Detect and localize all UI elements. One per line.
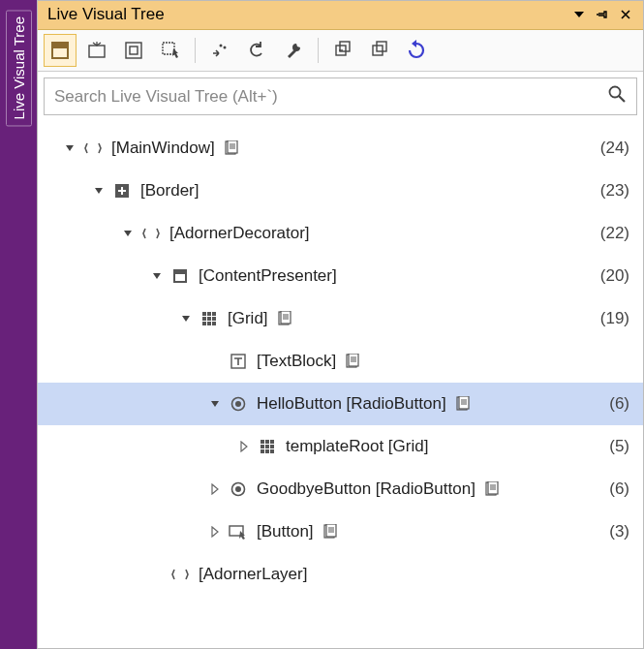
- svg-rect-42: [261, 440, 264, 444]
- close-icon[interactable]: [616, 5, 635, 24]
- svg-rect-25: [207, 312, 211, 316]
- svg-rect-26: [212, 312, 216, 316]
- svg-rect-18: [118, 192, 121, 195]
- svg-rect-28: [207, 317, 211, 321]
- view-source-icon[interactable]: [483, 480, 501, 498]
- tree-node[interactable]: [TextBlock]: [38, 340, 643, 383]
- tree-node[interactable]: [AdornerLayer]: [38, 553, 643, 596]
- descendant-count: (22): [600, 224, 629, 243]
- chevron-down-icon[interactable]: [177, 310, 195, 327]
- border-icon: [111, 180, 133, 201]
- toolbar-wrench-icon[interactable]: [277, 34, 310, 67]
- svg-point-7: [220, 45, 223, 47]
- descendant-count: (5): [609, 437, 629, 456]
- chevron-right-icon[interactable]: [206, 523, 224, 541]
- content-icon: [169, 265, 191, 287]
- svg-rect-4: [130, 46, 138, 54]
- tree-node[interactable]: [AdornerDecorator](22): [38, 212, 643, 255]
- svg-rect-47: [270, 445, 274, 448]
- tree-node[interactable]: [Button](3): [38, 510, 643, 553]
- view-source-icon[interactable]: [454, 395, 472, 413]
- toolbar-separator: [318, 38, 319, 63]
- toolbar-expand-all-icon[interactable]: [363, 34, 396, 67]
- grid-icon: [257, 436, 278, 457]
- tree-node[interactable]: GoodbyeButton [RadioButton](6): [38, 468, 643, 510]
- svg-rect-17: [118, 187, 121, 190]
- titlebar: Live Visual Tree: [38, 1, 643, 30]
- svg-rect-23: [175, 271, 185, 274]
- tree-node-label: templateRoot [Grid]: [286, 437, 428, 456]
- toolbar-separator: [195, 38, 196, 63]
- tree-node-label: [AdornerLayer]: [199, 565, 307, 584]
- svg-point-12: [610, 87, 621, 98]
- panel-title: Live Visual Tree: [47, 5, 566, 24]
- pin-icon[interactable]: [593, 5, 612, 24]
- descendant-count: (6): [609, 394, 629, 414]
- svg-rect-49: [265, 449, 269, 453]
- element-icon: [140, 223, 162, 244]
- toolbar-track-focus-icon[interactable]: [117, 34, 150, 67]
- toolbar-collapse-all-icon[interactable]: [326, 34, 359, 67]
- tree-node[interactable]: [ContentPresenter](20): [38, 255, 643, 297]
- svg-rect-19: [123, 187, 126, 190]
- svg-rect-31: [207, 322, 211, 325]
- svg-rect-2: [89, 46, 105, 57]
- svg-rect-43: [265, 440, 269, 444]
- dropdown-icon[interactable]: [569, 5, 589, 24]
- svg-rect-3: [126, 43, 141, 58]
- svg-rect-5: [163, 43, 174, 54]
- grid-icon: [199, 308, 220, 329]
- toolbar-sync-icon[interactable]: [203, 34, 236, 67]
- search-icon[interactable]: [607, 84, 629, 108]
- tree-node-label: GoodbyeButton [RadioButton]: [257, 479, 475, 499]
- radio-icon: [228, 393, 249, 415]
- side-tab[interactable]: Live Visual Tree: [0, 0, 37, 649]
- svg-rect-46: [265, 445, 269, 448]
- tree-node[interactable]: [Grid](19): [38, 297, 643, 340]
- tree-node-label: [AdornerDecorator]: [169, 224, 310, 243]
- svg-rect-32: [212, 322, 216, 325]
- svg-rect-29: [212, 317, 216, 321]
- search-box[interactable]: [44, 77, 637, 115]
- chevron-down-icon[interactable]: [90, 182, 107, 200]
- descendant-count: (6): [609, 479, 629, 499]
- tree-node[interactable]: [MainWindow](24): [38, 127, 643, 170]
- chevron-down-icon[interactable]: [206, 395, 224, 413]
- svg-rect-24: [202, 312, 206, 316]
- radio-icon: [228, 479, 249, 500]
- search-input[interactable]: [52, 86, 607, 108]
- panel: Live Visual Tree: [37, 0, 644, 649]
- tree-node[interactable]: [Border](23): [38, 170, 643, 212]
- descendant-count: (23): [600, 181, 629, 201]
- view-source-icon[interactable]: [322, 523, 339, 541]
- toolbar-layout-adorner-icon[interactable]: [80, 34, 113, 67]
- element-icon: [169, 564, 191, 585]
- svg-rect-1: [52, 43, 68, 48]
- svg-point-52: [235, 486, 241, 492]
- svg-rect-44: [270, 440, 274, 444]
- tree-node[interactable]: HelloButton [RadioButton](6): [38, 383, 643, 425]
- chevron-down-icon[interactable]: [119, 225, 137, 242]
- tree-node-label: [Border]: [140, 181, 199, 201]
- descendant-count: (3): [609, 522, 629, 541]
- chevron-down-icon[interactable]: [148, 267, 166, 285]
- svg-point-39: [235, 401, 241, 407]
- toolbar-selection-icon[interactable]: [44, 34, 77, 67]
- tree-node-label: HelloButton [RadioButton]: [257, 394, 446, 414]
- toolbar: [38, 30, 643, 72]
- svg-rect-30: [202, 322, 206, 325]
- view-source-icon[interactable]: [223, 139, 240, 157]
- descendant-count: (19): [600, 309, 629, 328]
- side-tab-label: Live Visual Tree: [6, 10, 32, 126]
- chevron-right-icon[interactable]: [235, 438, 253, 455]
- toolbar-undo-icon[interactable]: [240, 34, 273, 67]
- svg-rect-11: [377, 42, 386, 51]
- svg-rect-45: [261, 445, 264, 448]
- toolbar-refresh-icon[interactable]: [400, 34, 433, 67]
- view-source-icon[interactable]: [276, 310, 293, 327]
- chevron-down-icon[interactable]: [61, 139, 78, 157]
- toolbar-preview-selection-icon[interactable]: [154, 34, 187, 67]
- view-source-icon[interactable]: [344, 353, 361, 370]
- tree-node[interactable]: templateRoot [Grid](5): [38, 425, 643, 468]
- chevron-right-icon[interactable]: [206, 480, 224, 498]
